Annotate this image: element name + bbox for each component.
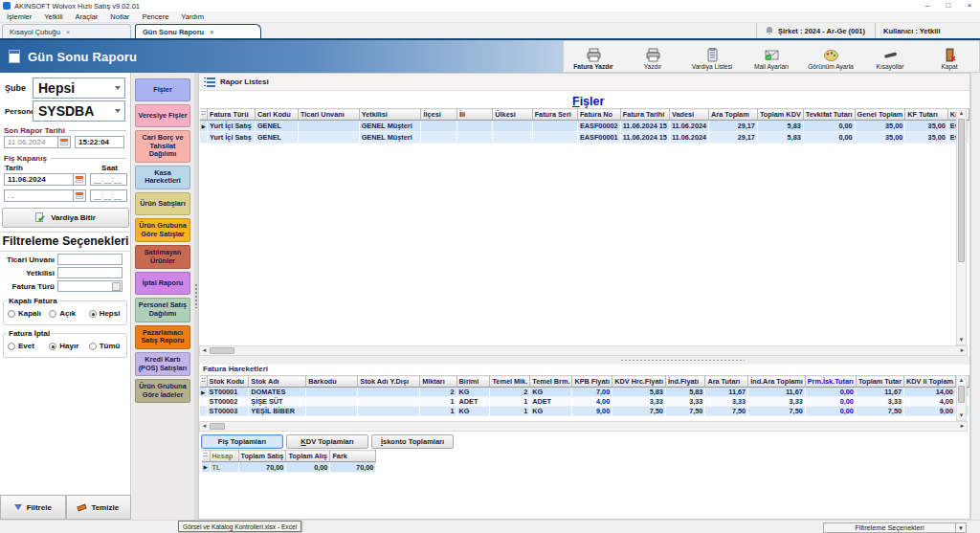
report-button[interactable]: İptal Raporu bbox=[135, 272, 190, 295]
menu-araclar[interactable]: Araçlar bbox=[76, 12, 99, 21]
grid-row[interactable]: ST00002ŞİŞE SÜT1ADET1ADET4,003,333,333,3… bbox=[200, 397, 969, 407]
column-header[interactable]: Toplam KDV bbox=[757, 109, 803, 121]
column-header[interactable]: Stok Kodu bbox=[207, 376, 249, 388]
column-header[interactable]: Fatura No bbox=[577, 109, 620, 121]
grid-row[interactable]: ▶ST00001DOMATES2KG2KG7,005,835,8311,6711… bbox=[200, 388, 969, 397]
radio-tümü[interactable]: Tümü bbox=[89, 342, 126, 350]
column-header[interactable]: KPB Fiyatı bbox=[572, 376, 612, 388]
column-header[interactable]: Toplam Satış bbox=[238, 451, 286, 462]
kapanis-date2-input[interactable]: . . bbox=[4, 189, 74, 202]
column-header[interactable]: Ara Toplam bbox=[709, 109, 758, 121]
calendar-icon[interactable] bbox=[58, 136, 71, 148]
radio-hepsi[interactable]: Hepsi bbox=[89, 309, 126, 318]
report-button[interactable]: Ürün Grubuna Göre Satışlar bbox=[135, 218, 190, 242]
grid-row[interactable]: ▶Yurt İçi SatışGENELGENEL MüşteriEASF000… bbox=[200, 121, 969, 132]
column-header[interactable]: Fatura Seri bbox=[532, 109, 577, 121]
kapanis-time-input[interactable]: __:__:__ bbox=[90, 173, 127, 186]
column-header[interactable]: Prm.İsk.Tutarı bbox=[805, 376, 856, 388]
report-button[interactable]: Kredi Kartı (POS) Satışları bbox=[135, 352, 190, 376]
grid-row[interactable]: ▶TL70,000,0070,00 bbox=[202, 462, 376, 473]
report-button[interactable]: Cari Borç ve Tahsilat Dağılımı bbox=[135, 130, 190, 163]
radio-açık[interactable]: Açık bbox=[49, 309, 88, 318]
calendar-icon[interactable] bbox=[74, 189, 86, 202]
vertical-scrollbar[interactable]: ▲▼ bbox=[956, 108, 967, 345]
grid-row[interactable]: Yurt İçi SatışGENELGENEL MüşteriEASF0000… bbox=[200, 132, 969, 144]
column-header[interactable]: KF Tutarı bbox=[905, 109, 948, 121]
report-button[interactable]: Kasa Hareketleri bbox=[135, 166, 190, 189]
tab-close-icon[interactable]: × bbox=[210, 29, 213, 35]
report-button[interactable]: Ürün Satışları bbox=[135, 192, 190, 215]
tab-gun-sonu-raporu[interactable]: Gün Sonu Raporu × bbox=[135, 24, 261, 38]
column-header[interactable]: Stok Adı bbox=[249, 376, 306, 388]
tab-fiş-toplamları[interactable]: Fiş Toplamları bbox=[201, 434, 283, 449]
column-header[interactable]: Miktarı bbox=[420, 376, 457, 388]
report-button[interactable]: Pazarlamacı Satış Raporu bbox=[135, 325, 190, 349]
tab-kisayol-cubugu[interactable]: Kısayol Çubuğu × bbox=[2, 24, 131, 38]
horizontal-scrollbar[interactable]: ◄► bbox=[199, 345, 968, 356]
minimize-button[interactable]: – bbox=[917, 0, 938, 11]
kisayollar-button[interactable]: Kısayollar bbox=[860, 41, 920, 72]
horizontal-scrollbar[interactable]: ◄► bbox=[199, 421, 968, 432]
filtrele-button[interactable]: Filtrele bbox=[0, 495, 66, 520]
tab-kdv-toplamları[interactable]: KDV Toplamları bbox=[286, 434, 368, 449]
kapat-button[interactable]: Kapat bbox=[920, 41, 979, 72]
column-header[interactable]: Temel Mik. bbox=[490, 376, 530, 388]
column-header[interactable]: Toplam Alış bbox=[286, 451, 330, 462]
menu-pencere[interactable]: Pencere bbox=[142, 12, 168, 21]
column-header[interactable]: Fatura Türü bbox=[208, 109, 256, 121]
column-header[interactable]: Hesap bbox=[210, 451, 238, 462]
column-header[interactable]: İli bbox=[457, 109, 492, 121]
report-button[interactable]: Veresiye Fişler bbox=[135, 104, 190, 127]
column-header[interactable]: Ticari Unvanı bbox=[299, 109, 360, 121]
yetkilisi-input[interactable] bbox=[57, 267, 122, 278]
column-header[interactable]: Ara Tutarı bbox=[705, 376, 748, 388]
report-button[interactable]: Satılmayan Ürünler bbox=[135, 245, 190, 269]
column-header[interactable]: Fark bbox=[330, 451, 376, 462]
column-header[interactable]: İlçesi bbox=[421, 109, 457, 121]
report-button[interactable]: Fişler bbox=[135, 78, 190, 101]
column-header[interactable]: Yetkilisi bbox=[359, 109, 421, 121]
yazdir-button[interactable]: Yazdır bbox=[623, 41, 682, 72]
filtreleme-secenekleri-button[interactable]: Filtreleme Seçenekleri ▼ bbox=[823, 522, 967, 533]
menu-yardim[interactable]: Yardım bbox=[181, 12, 204, 21]
kapanis-time2-input[interactable]: __:__:__ bbox=[90, 189, 127, 202]
column-header[interactable]: Birimi bbox=[457, 376, 490, 388]
vardiya-bitir-button[interactable]: ✔ Vardiya Bitir bbox=[2, 208, 129, 228]
column-header[interactable]: Vadesi bbox=[669, 109, 708, 121]
column-header[interactable]: Fatura Tarihi bbox=[620, 109, 669, 121]
sube-select[interactable]: Hepsi bbox=[33, 78, 125, 99]
gorunum-ayarla-button[interactable]: Görünüm Ayarla bbox=[801, 41, 860, 72]
calendar-icon[interactable] bbox=[74, 173, 86, 186]
mail-ayarlari-button[interactable]: Mail Ayarları bbox=[742, 41, 801, 72]
tab-close-icon[interactable]: × bbox=[66, 29, 70, 35]
kapanis-date-input[interactable]: 11.06.2024 bbox=[4, 173, 74, 186]
column-header[interactable]: KDV li Toplam bbox=[904, 376, 956, 388]
menu-islemler[interactable]: İşlemler bbox=[7, 12, 32, 21]
lookup-icon[interactable] bbox=[112, 282, 121, 291]
menu-notlar[interactable]: Notlar bbox=[110, 12, 129, 21]
menu-yetkili[interactable]: Yetkili bbox=[44, 12, 62, 21]
radio-evet[interactable]: Evet bbox=[8, 342, 49, 350]
personel-select[interactable]: SYSDBA bbox=[33, 100, 125, 122]
column-header[interactable]: Temel Brm. bbox=[530, 376, 572, 388]
grid-splitter[interactable] bbox=[199, 356, 969, 365]
column-header[interactable]: Cari Kodu bbox=[255, 109, 298, 121]
column-header[interactable]: Toplam Tutar bbox=[856, 376, 903, 388]
vardiya-listesi-button[interactable]: Vardiya Listesi bbox=[682, 41, 742, 72]
column-header[interactable]: Ülkesi bbox=[493, 109, 532, 121]
column-header[interactable]: Tevkifat Tutarı bbox=[803, 109, 855, 121]
column-header[interactable]: Genel Toplam bbox=[855, 109, 905, 121]
report-button[interactable]: Ürün Grubuna Göre İadeler bbox=[135, 379, 190, 403]
column-header[interactable]: Barkodu bbox=[306, 376, 358, 388]
ticari-unvani-input[interactable] bbox=[57, 254, 122, 265]
temizle-button[interactable]: Temizle bbox=[66, 495, 132, 520]
vertical-scrollbar[interactable]: ▲▼ bbox=[956, 375, 967, 421]
close-button[interactable]: × bbox=[959, 0, 980, 11]
column-header[interactable]: İnd.Ara Toplamı bbox=[748, 376, 806, 388]
radio-hayır[interactable]: Hayır bbox=[49, 342, 88, 350]
column-header[interactable]: İnd.Fiyatı bbox=[665, 376, 704, 388]
maximize-button[interactable]: □ bbox=[938, 0, 959, 11]
grid-row[interactable]: ST00003YEŞİL BİBER1KG1KG9,007,507,507,50… bbox=[200, 407, 969, 416]
column-header[interactable]: KDV Hrc.Fiyatı bbox=[612, 376, 666, 388]
column-header[interactable]: Stok Adı Y.Dışı bbox=[358, 376, 420, 388]
